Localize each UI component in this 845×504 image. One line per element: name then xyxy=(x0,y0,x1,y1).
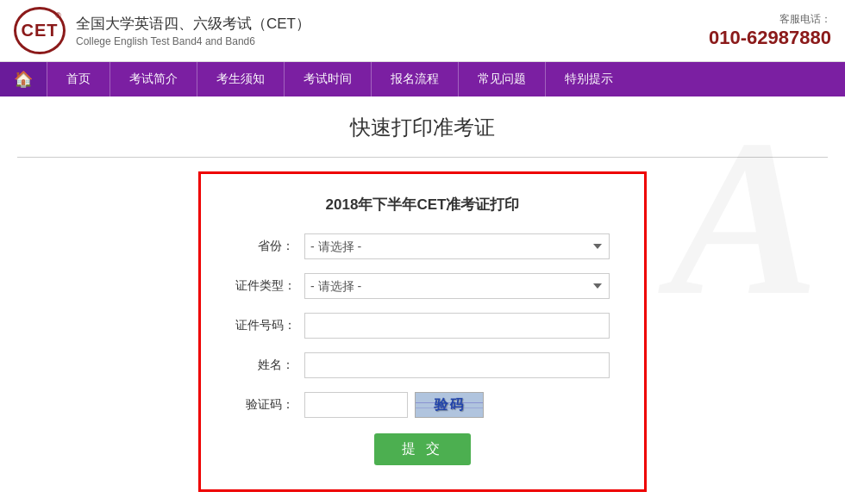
logo-text: CET xyxy=(22,21,59,40)
cert-type-field: - 请选择 - xyxy=(304,273,610,299)
nav-item-tips[interactable]: 特别提示 xyxy=(545,62,632,96)
captcha-row: 验证码： 验码 xyxy=(235,392,610,418)
site-title-main: 全国大学英语四、六级考试（CET） xyxy=(76,14,310,34)
captcha-field: 验码 xyxy=(304,392,610,418)
phone-label: 客服电话： xyxy=(709,12,831,27)
form-title: 2018年下半年CET准考证打印 xyxy=(235,195,610,215)
nav-item-faq[interactable]: 常见问题 xyxy=(458,62,545,96)
phone-number: 010-62987880 xyxy=(709,27,831,49)
nav-item-register[interactable]: 报名流程 xyxy=(371,62,458,96)
cert-type-label: 证件类型： xyxy=(235,278,304,294)
name-field xyxy=(304,352,610,378)
site-title: 全国大学英语四、六级考试（CET） College English Test B… xyxy=(76,14,310,47)
nav-home-icon[interactable]: 🏠 xyxy=(0,62,47,96)
logo: ® CET xyxy=(14,7,66,54)
cert-no-label: 证件号码： xyxy=(235,318,304,333)
province-field: - 请选择 - xyxy=(304,233,610,259)
cert-no-row: 证件号码： xyxy=(235,313,610,339)
submit-button[interactable]: 提 交 xyxy=(374,433,471,465)
captcha-label: 验证码： xyxy=(235,397,304,413)
header: ® CET 全国大学英语四、六级考试（CET） College English … xyxy=(0,0,845,62)
nav-item-notice[interactable]: 考生须知 xyxy=(197,62,284,96)
main-content: A 快速打印准考证 2018年下半年CET准考证打印 省份： - 请选择 - 证… xyxy=(0,96,845,504)
page-title: 快速打印准考证 xyxy=(17,114,828,141)
nav-item-time[interactable]: 考试时间 xyxy=(284,62,371,96)
province-label: 省份： xyxy=(235,239,304,254)
registered-mark: ® xyxy=(55,11,61,20)
site-title-sub: College English Test Band4 and Band6 xyxy=(76,35,310,47)
nav-item-intro[interactable]: 考试简介 xyxy=(110,62,197,96)
name-label: 姓名： xyxy=(235,358,304,373)
contact-info: 客服电话： 010-62987880 xyxy=(709,12,831,49)
captcha-text: 验码 xyxy=(433,396,466,414)
navigation: 🏠 首页 考试简介 考生须知 考试时间 报名流程 常见问题 特别提示 xyxy=(0,62,845,96)
divider xyxy=(17,157,828,158)
captcha-input[interactable] xyxy=(304,392,408,418)
province-select[interactable]: - 请选择 - xyxy=(304,233,610,259)
nav-item-home[interactable]: 首页 xyxy=(47,62,110,96)
name-input[interactable] xyxy=(304,352,610,378)
cert-type-select[interactable]: - 请选择 - xyxy=(304,273,610,299)
print-form-container: 2018年下半年CET准考证打印 省份： - 请选择 - 证件类型： - 请选择… xyxy=(198,171,647,492)
province-row: 省份： - 请选择 - xyxy=(235,233,610,259)
submit-row: 提 交 xyxy=(235,433,610,465)
cert-type-row: 证件类型： - 请选择 - xyxy=(235,273,610,299)
captcha-image[interactable]: 验码 xyxy=(415,392,484,418)
name-row: 姓名： xyxy=(235,352,610,378)
cert-no-field xyxy=(304,313,610,339)
cert-no-input[interactable] xyxy=(304,313,610,339)
header-left: ® CET 全国大学英语四、六级考试（CET） College English … xyxy=(14,7,310,54)
